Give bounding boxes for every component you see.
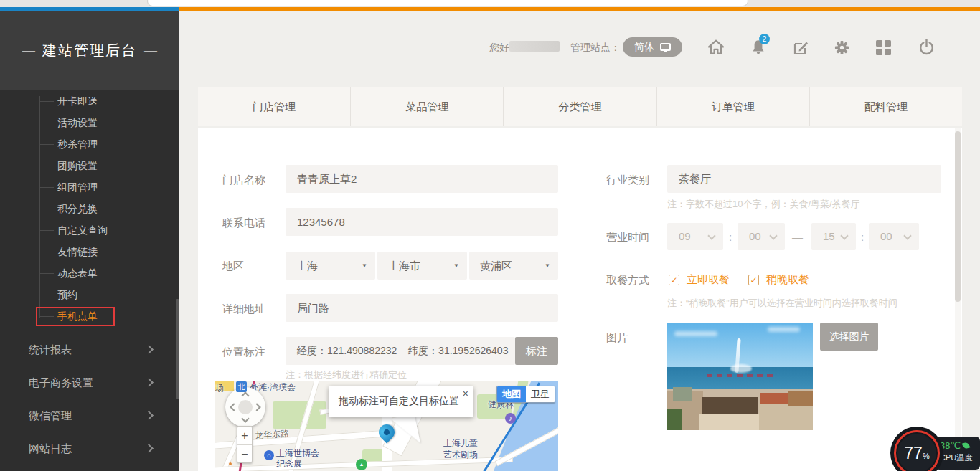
store-name-label: 门店名称 [222,173,265,187]
music-venue-icon: ♪ [505,413,516,424]
greeting-text: 您好 [489,42,509,54]
map-pan-control[interactable] [225,387,265,427]
language-switch-button[interactable]: 简体 [623,37,682,57]
section-label: 统计报表 [29,343,72,356]
checkbox-immediate-pickup[interactable]: ✓ [669,275,679,285]
sidebar-item-label: 组团管理 [57,181,98,193]
sidebar-scrollbar[interactable] [176,299,179,399]
image-label: 图片 [606,331,628,345]
sidebar-section-wechat[interactable]: 微信管理 [0,399,179,432]
phone-label: 联系电话 [222,217,265,230]
pan-hub[interactable] [238,400,253,414]
store-photo [667,323,813,430]
district-select[interactable]: 黄浦区▼ [469,252,558,280]
settings-button[interactable] [834,39,850,56]
map-type-map-button[interactable]: 地图 [497,386,526,402]
sidebar-item-dynamic-form[interactable]: 动态表单 [0,262,179,284]
pan-left-icon[interactable] [230,403,237,411]
checkbox-later-pickup[interactable]: ✓ [748,275,759,285]
phone-input[interactable]: 12345678 [286,208,558,236]
sidebar-item-custom-query[interactable]: 自定义查询 [0,219,179,241]
start-hour-value: 09 [679,230,691,242]
sidebar-item-points[interactable]: 积分兑换 [0,198,179,219]
section-label: 电子商务设置 [29,376,93,389]
browser-address-bar[interactable] [147,0,748,6]
immediate-pickup-label[interactable]: 立即取餐 [687,273,730,287]
address-input[interactable]: 局门路 [286,294,558,322]
location-label: 位置标注 [222,346,265,359]
cpu-monitor-tooltip: 38℃ CPU温度 [935,437,980,470]
home-button[interactable] [706,37,726,57]
apps-grid-button[interactable] [876,40,891,55]
chevron-down-icon [769,232,777,239]
district-value: 黄浦区 [480,260,512,272]
panel-scrollbar[interactable] [955,131,961,302]
sidebar-item-links[interactable]: 友情链接 [0,241,179,262]
sidebar-section-ecommerce[interactable]: 电子商务设置 [0,366,179,399]
pan-down-icon[interactable] [241,414,249,422]
start-hour-select[interactable]: 09 [667,223,723,250]
tab-dish-management[interactable]: 菜品管理 [350,87,503,126]
sidebar-item-label: 活动设置 [57,117,98,128]
sidebar-section-reports[interactable]: 统计报表 [0,333,179,366]
notification-badge: 2 [759,34,770,44]
sidebar-item-group[interactable]: 组团管理 [0,176,179,198]
sidebar-item-label: 预约 [57,289,77,300]
mark-location-button[interactable]: 标注 [515,337,558,365]
edit-icon [792,39,809,57]
title-dash-left: — [22,43,35,58]
category-note: 注：字数不超过10个字，例：美食/粤菜/茶餐厅 [667,198,860,211]
park-icon: ▲ [356,459,367,470]
cpu-usage-widget[interactable]: 77 % [894,430,940,471]
pan-right-icon[interactable] [253,403,260,411]
notifications-button[interactable]: 2 [749,38,768,57]
sidebar-item-mobile-order[interactable]: 手机点单 [0,305,179,327]
chevron-down-icon [903,232,911,239]
category-input[interactable]: 茶餐厅 [667,165,941,193]
later-pickup-label[interactable]: 稍晚取餐 [766,273,809,287]
infowindow-close-icon[interactable]: × [463,388,468,399]
lng-label: 经度： [297,345,327,356]
map-type-toggle: 地图 卫星 [496,386,555,403]
choose-image-button[interactable]: 选择图片 [820,323,878,351]
title-dash-right: — [144,43,157,58]
sidebar-submenu: 开卡即送 活动设置 秒杀管理 团购设置 组团管理 积分兑换 自定义查询 友情链接… [0,90,179,327]
zoom-in-button[interactable]: + [237,427,252,444]
map-type-satellite-button[interactable]: 卫星 [526,386,555,402]
map-label-theater-line1: 上海儿童 [443,437,478,449]
accent-line-orange [179,7,980,11]
start-minute-select[interactable]: 00 [738,223,785,250]
compose-button[interactable] [792,39,809,57]
user-name-redacted [509,41,560,52]
sidebar-item-seckill[interactable]: 秒杀管理 [0,133,179,155]
pickup-option-now: ✓ 立即取餐 [669,273,730,287]
tab-ingredient-management[interactable]: 配料管理 [809,87,962,126]
chevron-down-icon [707,232,715,239]
sidebar-item-activity[interactable]: 活动设置 [0,112,179,133]
end-hour-select[interactable]: 15 [811,223,856,250]
zoom-out-button[interactable]: − [237,444,252,462]
store-name-input[interactable]: 青青原上草2 [286,165,558,193]
end-minute-select[interactable]: 00 [869,223,919,250]
tab-store-management[interactable]: 门店管理 [198,87,350,126]
tab-category-management[interactable]: 分类管理 [503,87,656,126]
section-label: 微信管理 [29,409,72,422]
chevron-right-icon [144,345,154,354]
pickup-option-later: ✓ 稍晚取餐 [748,273,809,287]
tab-order-management[interactable]: 订单管理 [656,87,809,126]
sidebar-item-reservation[interactable]: 预约 [0,284,179,305]
poi-dot [228,462,232,466]
location-map[interactable]: 场 外滩·湾璞会 龙华东路 上海世博会 纪念展 健康林 上海儿童 艺术剧场 ⌂ … [215,381,558,471]
pickup-label: 取餐方式 [606,274,649,287]
sidebar-item-card-gift[interactable]: 开卡即送 [0,90,179,112]
sidebar-section-logs[interactable]: 网站日志 [0,432,179,465]
province-select[interactable]: 上海▼ [286,252,375,280]
coordinates-input[interactable]: 经度：121.490882232 纬度：31.1952626403 [286,337,515,365]
city-select[interactable]: 上海市▼ [377,252,467,280]
chevron-right-icon [144,378,154,387]
sidebar-item-groupbuy[interactable]: 团购设置 [0,155,179,176]
logout-button[interactable] [918,38,936,56]
cpu-temp-label: CPU温度 [940,452,980,463]
province-value: 上海 [296,260,318,272]
pan-up-icon[interactable] [241,391,249,399]
